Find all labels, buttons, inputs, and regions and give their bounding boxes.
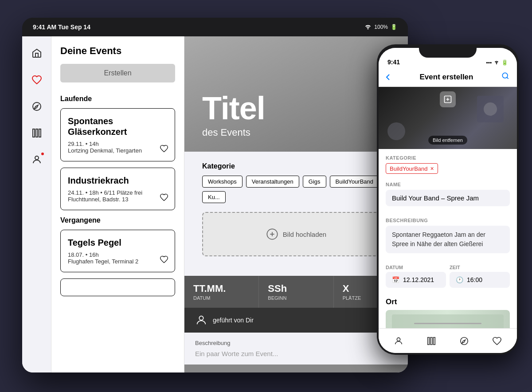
phone-zeit-label: ZEIT: [450, 265, 510, 270]
phone-tab-person[interactable]: [394, 336, 403, 346]
phone-datum-field[interactable]: 📅 12.12.2021: [386, 272, 446, 288]
form-body: Kategorie Workshops Veranstaltungen Gigs…: [184, 152, 408, 276]
back-button[interactable]: [386, 74, 392, 81]
tag-buildyourband[interactable]: BuildYourBand: [330, 176, 379, 188]
heart-icon-1[interactable]: [160, 144, 168, 155]
phone-inner: 9:41 ▪▪▪ 🔋: [379, 48, 517, 353]
beschreibung-label: Beschreibung: [195, 340, 397, 346]
phone-zeit-field[interactable]: 🕐 16:00: [450, 272, 510, 288]
svg-point-1: [35, 156, 39, 160]
phone-date-section: DATUM 📅 12.12.2021 ZEIT 🕐 16:00: [379, 259, 517, 293]
guided-by-text: geführt von Dir: [213, 317, 254, 324]
create-button[interactable]: Erstellen: [60, 64, 175, 82]
phone-name-section: NAME Build Your Band – Spree Jam: [379, 176, 517, 212]
phone-kategorie-label: Kategorie: [386, 155, 510, 161]
description-section: Beschreibung Ein paar Worte zum Event...: [184, 333, 408, 365]
phone-desc-label: BESCHREIBUNG: [386, 218, 510, 223]
notification-dot: [41, 153, 44, 155]
remove-image-button[interactable]: Bild entfernen: [428, 136, 467, 145]
svg-point-3: [199, 316, 203, 320]
status-right: 100% 🔋: [364, 24, 397, 31]
beginn-label: Beginn: [268, 295, 324, 301]
event-card-1[interactable]: Spontanes Gläserkonzert 29.11. • 14h Lor…: [60, 108, 175, 161]
form-subtitle: des Events: [202, 127, 390, 138]
date-field-beginn[interactable]: SSh Beginn: [259, 276, 333, 308]
phone-nav-title: Event erstellen: [420, 73, 473, 82]
heart-icon-2[interactable]: [160, 193, 168, 204]
right-panel: × Titel des Events Kategorie Workshops V…: [184, 36, 408, 372]
phone-status-icons: ▪▪▪ 🔋: [486, 59, 508, 66]
event-card-2[interactable]: Industriekrach 24.11. • 18h • 6/11 Plätz…: [60, 168, 175, 210]
sidebar-item-home[interactable]: [29, 45, 45, 61]
tag-veranstaltungen[interactable]: Veranstaltungen: [246, 176, 299, 188]
tag-workshops[interactable]: Workshops: [202, 176, 243, 188]
back-chevron-icon: [386, 74, 390, 81]
left-panel: Deine Events Erstellen Laufende Spontane…: [51, 36, 184, 372]
wifi-icon: [364, 24, 372, 31]
upload-label: Bild hochladen: [283, 231, 326, 238]
phone-category-tag-label: BuildYourBand: [390, 165, 428, 172]
search-icon: [501, 71, 510, 80]
upload-box[interactable]: Bild hochladen: [202, 212, 390, 256]
heart-icon-3[interactable]: [160, 255, 168, 266]
event-title-3: Tegels Pegel: [68, 237, 168, 248]
tag-ku[interactable]: Ku...: [202, 191, 226, 203]
calendar-icon: 📅: [392, 276, 399, 283]
phone-category-tag[interactable]: BuildYourBand ×: [386, 163, 438, 174]
phone-datum-label: DATUM: [386, 265, 446, 270]
phone-tab-star[interactable]: [492, 336, 502, 346]
sidebar-item-profile[interactable]: [29, 152, 45, 168]
beschreibung-input[interactable]: Ein paar Worte zum Event...: [195, 350, 397, 357]
phone-datum-col: DATUM 📅 12.12.2021: [386, 265, 446, 288]
sidebar-item-compass[interactable]: [29, 98, 45, 114]
datum-label: Datum: [193, 295, 250, 301]
phone-signal-icon: ▪▪▪: [486, 59, 492, 66]
phone-location-section: Ort: [379, 293, 517, 328]
phone-notch: [419, 44, 477, 58]
beginn-value: SSh: [268, 283, 324, 294]
image-overlay-icon: [440, 91, 456, 107]
date-field-datum[interactable]: TT.MM. Datum: [184, 276, 259, 308]
tablet-status-bar: 9:41 AM Tue Sep 14 100% 🔋: [22, 18, 408, 36]
scene: 9:41 AM Tue Sep 14 100% 🔋: [0, 0, 532, 392]
category-tags: Workshops Veranstaltungen Gigs BuildYour…: [202, 176, 390, 203]
phone-battery-icon: 🔋: [501, 59, 508, 66]
phone-time: 9:41: [387, 59, 400, 66]
phone-zeit-col: ZEIT 🕐 16:00: [450, 265, 510, 288]
phone-nav-bar: Event erstellen: [379, 67, 517, 87]
phone-tab-bar: [379, 328, 517, 353]
tag-gigs[interactable]: Gigs: [303, 176, 326, 188]
form-hero: × Titel des Events: [184, 36, 408, 152]
phone-content[interactable]: Bild entfernen Kategorie BuildYourBand ×…: [379, 87, 517, 328]
event-meta1-3: 18.07. • 16h: [68, 251, 168, 258]
phone-tab-library[interactable]: [426, 336, 436, 346]
phone-datum-value: 12.12.2021: [403, 276, 434, 283]
phone-tab-compass[interactable]: [459, 336, 469, 346]
phone-desc-field[interactable]: Spontaner Reggaeton Jam an der Spree in …: [386, 226, 510, 253]
phone: 9:41 ▪▪▪ 🔋: [377, 44, 519, 355]
event-meta2-1: Lortzing Denkmal, Tiergarten: [68, 147, 168, 154]
event-image[interactable]: Bild entfernen: [379, 87, 517, 149]
event-title-2: Industriekrach: [68, 175, 168, 186]
datum-value: TT.MM.: [193, 283, 250, 294]
person-icon: [195, 314, 207, 326]
battery-label: 100%: [374, 24, 388, 30]
battery-icon: 🔋: [391, 24, 397, 30]
status-time: 9:41 AM Tue Sep 14: [33, 24, 90, 31]
vergangene-label: Vergangene: [60, 216, 175, 224]
phone-name-field[interactable]: Build Your Band – Spree Jam: [386, 190, 510, 206]
event-meta2-2: Fluchttunnel, Badstr. 13: [68, 196, 168, 203]
tablet-inner: Deine Events Erstellen Laufende Spontane…: [22, 36, 408, 372]
event-meta1-2: 24.11. • 18h • 6/11 Plätze frei: [68, 189, 168, 196]
event-card-3[interactable]: Tegels Pegel 18.07. • 16h Flughafen Tege…: [60, 230, 175, 272]
kategorie-label: Kategorie: [202, 162, 390, 170]
phone-desc-section: BESCHREIBUNG Spontaner Reggaeton Jam an …: [379, 212, 517, 259]
form-title: Titel: [202, 92, 390, 124]
event-card-4[interactable]: [60, 278, 175, 296]
sidebar-item-library[interactable]: [29, 125, 45, 141]
sidebar-item-favorites[interactable]: [29, 72, 45, 88]
search-button[interactable]: [501, 71, 510, 82]
remove-category-icon[interactable]: ×: [430, 165, 434, 172]
phone-ort-label: Ort: [386, 298, 510, 306]
guided-by-section: geführt von Dir: [184, 308, 408, 333]
